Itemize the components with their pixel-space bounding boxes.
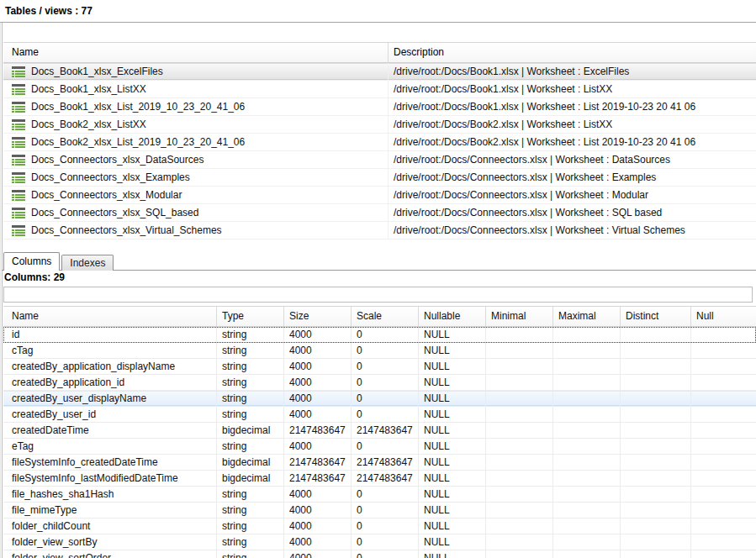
cell-minimal <box>486 407 553 422</box>
table-row[interactable]: Docs_Book2_xlsx_List_2019_10_23_20_41_06… <box>3 134 756 151</box>
cell-scale: 0 <box>352 534 419 550</box>
table-row[interactable]: Docs_Book1_xlsx_ExcelFiles/drive/root:/D… <box>3 63 756 81</box>
cell-minimal <box>486 487 553 502</box>
cell-minimal <box>486 375 553 390</box>
column-row[interactable]: file_hashes_sha1Hashstring40000NULL <box>3 487 756 503</box>
cell-null <box>691 455 756 470</box>
cell-nullable: NULL <box>419 519 486 534</box>
cell-size: 4000 <box>284 359 352 374</box>
cell-maximal <box>553 487 621 502</box>
cell-distinct <box>621 550 691 558</box>
columns-count-label: Columns: 29 <box>4 271 65 283</box>
column-row[interactable]: folder_view_sortBystring40000NULL <box>3 534 756 550</box>
columns-header-null[interactable]: Null <box>691 307 756 326</box>
column-row[interactable]: createdBy_user_displayNamestring40000NUL… <box>3 391 756 407</box>
tables-header-name[interactable]: Name <box>3 43 389 62</box>
cell-scale: 0 <box>352 407 419 422</box>
table-row[interactable]: Docs_Conneectors_xlsx_DataSources/drive/… <box>3 151 756 169</box>
cell-scale: 0 <box>352 550 419 558</box>
cell-maximal <box>553 471 621 486</box>
column-row[interactable]: folder_childCountstring40000NULL <box>3 519 756 534</box>
table-row[interactable]: Docs_Book1_xlsx_List_2019_10_23_20_41_06… <box>3 98 756 116</box>
cell-maximal <box>553 327 621 342</box>
columns-header-maximal[interactable]: Maximal <box>553 307 621 326</box>
cell-null <box>691 343 756 358</box>
cell-nullable: NULL <box>419 534 486 550</box>
cell-name: cTag <box>3 343 217 358</box>
table-row[interactable]: Docs_Book2_xlsx_ListXX/drive/root:/Docs/… <box>3 116 756 134</box>
column-row[interactable]: createdBy_user_idstring40000NULL <box>3 407 756 423</box>
column-row[interactable]: createdBy_application_displayNamestring4… <box>3 359 756 375</box>
cell-minimal <box>486 455 553 470</box>
table-row[interactable]: Docs_Book1_xlsx_ListXX/drive/root:/Docs/… <box>3 81 756 98</box>
column-row[interactable]: createdBy_application_idstring40000NULL <box>3 375 756 391</box>
columns-header-size[interactable]: Size <box>284 307 352 326</box>
columns-header-distinct[interactable]: Distinct <box>621 307 691 326</box>
columns-header-type[interactable]: Type <box>217 307 284 326</box>
column-row[interactable]: eTagstring40000NULL <box>3 439 756 455</box>
columns-header-nullable[interactable]: Nullable <box>419 307 486 326</box>
table-name-cell: Docs_Conneectors_xlsx_SQL_based <box>3 204 389 221</box>
column-row[interactable]: fileSystemInfo_lastModifiedDateTimebigde… <box>3 471 756 487</box>
cell-null <box>691 327 756 342</box>
cell-size: 4000 <box>284 407 352 422</box>
columns-body: idstring40000NULLcTagstring40000NULLcrea… <box>3 327 756 558</box>
column-row[interactable]: file_mimeTypestring40000NULL <box>3 503 756 519</box>
cell-distinct <box>621 519 691 534</box>
cell-scale: 0 <box>352 375 419 390</box>
cell-scale: 0 <box>352 327 419 342</box>
table-row[interactable]: Docs_Conneectors_xlsx_Modular/drive/root… <box>3 187 756 204</box>
table-row[interactable]: Docs_Conneectors_xlsx_Virtual_Schemes/dr… <box>3 222 756 240</box>
cell-type: string <box>217 343 284 358</box>
table-description: /drive/root:/Docs/Book1.xlsx | Worksheet… <box>389 63 756 80</box>
title-separator <box>0 22 756 23</box>
column-row[interactable]: idstring40000NULL <box>3 327 756 343</box>
cell-nullable: NULL <box>419 327 486 342</box>
cell-null <box>691 503 756 518</box>
cell-type: string <box>217 375 284 390</box>
cell-scale: 0 <box>352 343 419 358</box>
cell-name: fileSystemInfo_createdDateTime <box>3 455 217 470</box>
table-description: /drive/root:/Docs/Book1.xlsx | Worksheet… <box>389 98 756 115</box>
cell-size: 2147483647 <box>284 471 352 486</box>
cell-minimal <box>486 423 553 438</box>
columns-header-name[interactable]: Name <box>3 307 217 326</box>
table-name-cell: Docs_Book1_xlsx_ListXX <box>3 81 389 97</box>
table-description: /drive/root:/Docs/Book2.xlsx | Worksheet… <box>389 134 756 150</box>
table-icon <box>12 172 25 183</box>
column-row[interactable]: createdDateTimebigdecimal214748364721474… <box>3 423 756 439</box>
cell-type: bigdecimal <box>217 471 284 486</box>
cell-null <box>691 407 756 422</box>
table-icon <box>12 102 25 113</box>
tab-columns[interactable]: Columns <box>3 252 60 271</box>
tables-header-description[interactable]: Description <box>389 43 756 62</box>
cell-maximal <box>553 407 621 422</box>
cell-null <box>691 359 756 374</box>
table-name: Docs_Book1_xlsx_List_2019_10_23_20_41_06 <box>31 101 245 113</box>
column-row[interactable]: folder_view_sortOrderstring40000NULL <box>3 550 756 558</box>
table-name: Docs_Conneectors_xlsx_Modular <box>31 189 182 201</box>
panel-left-border <box>2 23 3 558</box>
columns-header-minimal[interactable]: Minimal <box>486 307 553 326</box>
cell-distinct <box>621 423 691 438</box>
panel-left-edge <box>0 23 1 558</box>
table-description: /drive/root:/Docs/Book2.xlsx | Worksheet… <box>389 116 756 133</box>
column-row[interactable]: cTagstring40000NULL <box>3 343 756 359</box>
cell-maximal <box>553 375 621 390</box>
table-row[interactable]: Docs_Conneectors_xlsx_Examples/drive/roo… <box>3 169 756 187</box>
column-row[interactable]: fileSystemInfo_createdDateTimebigdecimal… <box>3 455 756 471</box>
cell-minimal <box>486 439 553 454</box>
table-name: Docs_Conneectors_xlsx_DataSources <box>31 154 204 166</box>
tab-indexes[interactable]: Indexes <box>61 255 114 271</box>
table-name: Docs_Conneectors_xlsx_SQL_based <box>31 207 198 218</box>
cell-size: 4000 <box>284 487 352 502</box>
cell-maximal <box>553 439 621 454</box>
columns-header-scale[interactable]: Scale <box>352 307 419 326</box>
tables-grid-header: Name Description <box>3 43 756 63</box>
table-name: Docs_Book2_xlsx_ListXX <box>31 118 146 130</box>
cell-maximal <box>553 534 621 550</box>
table-row[interactable]: Docs_Conneectors_xlsx_SQL_based/drive/ro… <box>3 204 756 222</box>
cell-scale: 0 <box>352 487 419 502</box>
cell-type: bigdecimal <box>217 455 284 470</box>
table-name: Docs_Conneectors_xlsx_Virtual_Schemes <box>31 224 222 236</box>
